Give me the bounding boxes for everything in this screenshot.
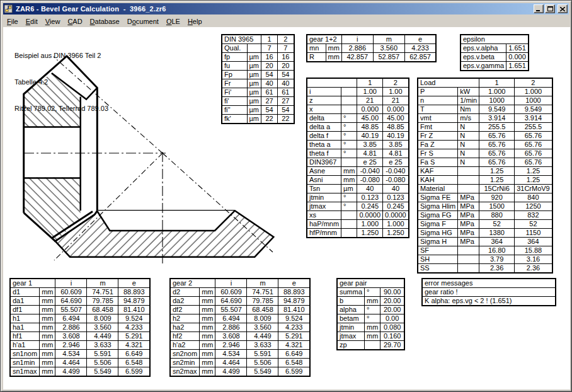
cell: 29.70 [380, 341, 404, 350]
cell: d1 [10, 288, 40, 297]
table-geometry: 12i1.001.00z2121x0.0000.000delta°45.0045… [306, 78, 409, 238]
cell: 94.879 [118, 297, 150, 306]
cell: 920 [479, 193, 515, 202]
cell: -0.080 [383, 176, 409, 185]
cell: 1.250 [357, 229, 383, 238]
cell: 79.785 [87, 297, 118, 306]
cell: 0.0000 [357, 211, 383, 220]
cell: 6.649 [118, 350, 150, 359]
cell: -0.080 [357, 176, 383, 185]
cell: 3.85 [357, 141, 383, 149]
cell: Sigma Hlim [418, 202, 458, 211]
cell: 54 [278, 106, 294, 115]
cell: delta a [307, 123, 341, 132]
cell: 79.785 [247, 297, 278, 306]
cell: 364 [479, 238, 515, 246]
cell: 2 [278, 35, 294, 44]
cell: Fr Z [418, 132, 458, 141]
cell: 3.633 [247, 341, 278, 350]
cell: e 25 [383, 158, 409, 167]
menu-item-edit[interactable]: Edit [22, 16, 42, 26]
cell: ha2 [170, 323, 200, 332]
cell: 65.76 [479, 158, 515, 167]
cell: da1 [10, 297, 40, 306]
cell: mm [341, 167, 357, 176]
cell: delta f [307, 132, 341, 141]
cell: 81.410 [278, 306, 310, 314]
cell: n [418, 96, 458, 105]
cell: 0.160 [380, 332, 404, 341]
menu-item-database[interactable]: Database [86, 16, 123, 26]
client-area: Beispiel aus DIN 3966 Teil 2 Tabelle 4.2… [3, 27, 570, 389]
cell: 4.233 [404, 44, 436, 53]
menu-item-view[interactable]: View [42, 16, 64, 26]
menu-item-ole[interactable]: OLE [163, 16, 184, 26]
cell: 6.649 [278, 350, 310, 359]
cell: Fmt [418, 123, 458, 132]
cell: fu [222, 62, 247, 71]
cell: Fp [222, 71, 247, 79]
cell: jtmax [307, 202, 341, 211]
cell: Asne [307, 167, 341, 176]
cell: kW [458, 88, 479, 96]
table-gear1plus2: gear 1+2imemnmm2.8863.5604.233Rmm42.8575… [306, 34, 437, 62]
cell: 27 [261, 97, 278, 106]
cell: 0.245 [357, 202, 383, 211]
close-button[interactable] [558, 4, 568, 13]
cell: Fr [222, 79, 247, 88]
cell: e [118, 279, 150, 288]
cell: 1.00 [357, 88, 383, 96]
cell: 22 [278, 115, 294, 124]
cell: 16.80 [479, 246, 515, 255]
cell: mm [341, 176, 357, 185]
cell: 2 [383, 78, 409, 88]
cell: mm [200, 341, 215, 350]
cell: jtmax [337, 332, 365, 341]
menu-item-document[interactable]: Document [123, 16, 163, 26]
cell: fk' [222, 115, 247, 124]
cell: mm [326, 53, 341, 62]
cell: MPa [458, 238, 479, 246]
cell: -0.040 [357, 167, 383, 176]
cell: 1.000 [515, 88, 552, 96]
cell: ° [365, 306, 380, 314]
cell: 1250 [515, 202, 552, 211]
cell: mm [200, 306, 215, 314]
cell: 21 [357, 96, 383, 105]
cell: 1.25 [479, 167, 515, 176]
title-bar[interactable]: ZAR6 - Bevel Gear Calculation - 3966_2.z… [3, 3, 569, 14]
cell: MPa [458, 202, 479, 211]
cell: Load [418, 78, 479, 88]
cell: µm [247, 88, 261, 97]
cell: MPa [458, 211, 479, 220]
cell: µm [247, 115, 261, 124]
cell: da2 [170, 297, 200, 306]
cell: 68.458 [247, 306, 278, 314]
cell: µm [247, 53, 261, 62]
cell: mn [307, 44, 326, 53]
cell: 9.524 [278, 314, 310, 323]
table-load: Load12PkW1.0001.000n1/min10001000TNm9.54… [417, 78, 553, 274]
menu-item-help[interactable]: Help [184, 16, 206, 26]
maximize-button[interactable] [545, 4, 555, 13]
cell: 64.690 [215, 297, 247, 306]
menu-item-cad[interactable]: CAD [64, 16, 86, 26]
minimize-button[interactable] [534, 4, 544, 13]
cell: Sigma F [418, 220, 458, 229]
cell: haP/mnm [307, 220, 341, 229]
cell: Sigma HG [418, 229, 458, 238]
menu-item-file[interactable]: File [3, 16, 22, 26]
cell: mm [200, 288, 215, 297]
cell: i [215, 279, 247, 288]
cell: 4.233 [118, 323, 150, 332]
cell: 68.458 [87, 306, 118, 314]
minimize-icon [536, 7, 541, 11]
cell: 880 [479, 211, 515, 220]
cell: 1000 [479, 96, 515, 105]
cell: mm [40, 323, 55, 332]
cell: 1.651 [506, 44, 529, 53]
cell: mm [326, 44, 341, 53]
cell: mm [200, 332, 215, 341]
cell: Sigma H [418, 238, 458, 246]
cell: 65.76 [515, 149, 552, 158]
